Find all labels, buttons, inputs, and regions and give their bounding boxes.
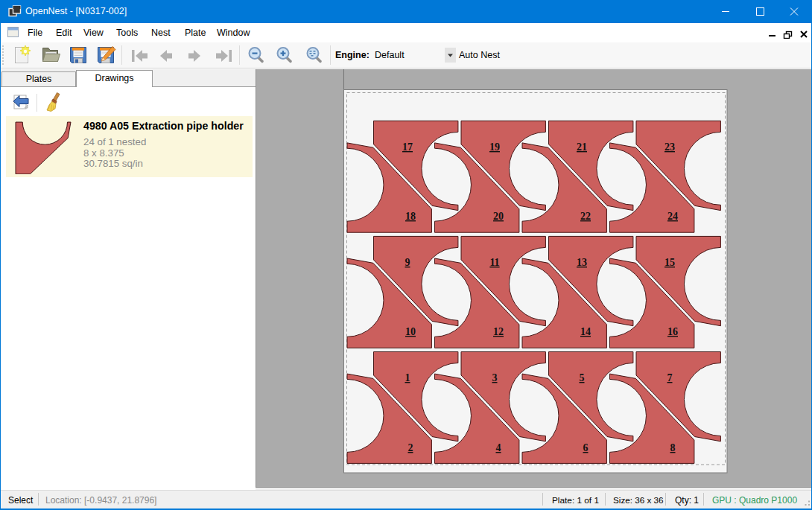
svg-text:4: 4 xyxy=(496,442,501,453)
svg-text:6: 6 xyxy=(583,442,589,453)
svg-text:23: 23 xyxy=(664,141,675,153)
svg-text:8: 8 xyxy=(670,442,676,453)
svg-text:12: 12 xyxy=(493,326,504,337)
svg-text:7: 7 xyxy=(667,372,673,383)
svg-text:22: 22 xyxy=(580,211,591,222)
svg-text:10: 10 xyxy=(405,326,416,337)
svg-text:5: 5 xyxy=(580,372,585,383)
svg-text:1: 1 xyxy=(405,372,410,383)
svg-text:20: 20 xyxy=(493,211,504,222)
svg-text:13: 13 xyxy=(577,257,587,268)
svg-text:19: 19 xyxy=(489,141,500,153)
svg-text:2: 2 xyxy=(408,442,413,453)
svg-text:21: 21 xyxy=(577,141,587,153)
svg-text:15: 15 xyxy=(664,257,675,268)
svg-text:17: 17 xyxy=(402,141,413,153)
svg-text:3: 3 xyxy=(492,372,498,383)
svg-text:18: 18 xyxy=(405,211,416,222)
svg-text:24: 24 xyxy=(667,211,678,222)
svg-text:14: 14 xyxy=(580,326,591,337)
svg-text:9: 9 xyxy=(405,257,410,268)
svg-text:16: 16 xyxy=(667,326,678,337)
svg-text:11: 11 xyxy=(489,257,499,268)
